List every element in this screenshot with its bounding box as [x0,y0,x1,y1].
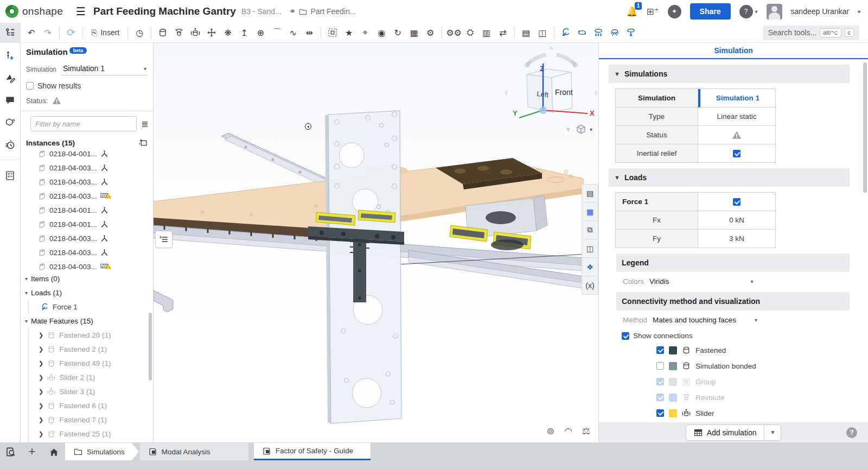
mate-limits-icon[interactable]: ⇹ [302,25,317,40]
simulation-select[interactable]: Simulation 1 ▾ [62,63,148,75]
force-load-icon[interactable] [558,25,573,40]
app-store-icon[interactable]: ⊞⁺ [646,6,659,17]
panel-scrollbar[interactable] [149,313,152,381]
favorite-mates-icon[interactable]: ★ [341,25,356,40]
document-folder[interactable]: Part Feedin... [299,7,356,16]
fastened-mate-icon[interactable] [155,25,170,40]
instance-row[interactable]: 0218-04-003... [22,231,153,245]
versions-panel-button[interactable]: ⧉ [582,221,598,239]
instance-row[interactable]: 0218-04-001... [22,217,153,231]
user-avatar[interactable] [767,4,782,20]
show-connections-checkbox[interactable] [622,332,629,340]
chevron-right-icon[interactable]: ❯ [39,416,43,423]
instance-row[interactable]: 0218-04-003... [22,189,153,203]
select-parts-icon[interactable]: ⌖ [358,25,373,40]
chevron-right-icon[interactable]: ❯ [39,430,43,438]
mate-feature-row[interactable]: ❯Fastened 20 (1) [29,328,153,342]
comments-icon[interactable] [3,93,17,107]
report-checklist-icon[interactable] [3,168,17,182]
named-positions-icon[interactable]: ⚙⚙ [446,25,462,40]
in-context-icon[interactable]: ↻ [390,25,405,40]
structure-tree-toggle[interactable] [0,23,21,42]
chevron-right-icon[interactable]: ❯ [39,388,43,395]
document-title[interactable]: Part Feeding Machine Gantry [93,5,236,17]
pin-slot-mate-icon[interactable]: ↥ [237,25,252,40]
instance-row[interactable]: 0218-04-003... [22,259,153,271]
mate-feature-row[interactable]: ❯Fastened 6 (1) [29,398,153,413]
fastened-checkbox[interactable] [656,346,664,354]
view-cube-body[interactable]: Left Front [527,69,573,112]
list-view-icon[interactable]: ≣ [141,119,148,129]
force-item[interactable]: Force 1 [29,300,153,314]
view-rotate-arrows[interactable] [526,55,577,67]
slider-checkbox[interactable] [656,409,664,417]
view-down-arrow-icon[interactable]: ▼ [565,125,572,134]
inertial-relief-checkbox[interactable] [733,150,741,157]
fx-value[interactable]: 0 kN [698,211,776,230]
tape-measure-icon[interactable]: ⊚ [547,426,554,437]
insert-instance-icon[interactable] [138,138,148,148]
undo-icon[interactable]: ↶ [24,25,39,40]
instance-row[interactable]: 0218-04-001... [22,203,153,217]
performance-icon[interactable] [3,137,17,151]
items-section-header[interactable]: ▾Items (0) [22,271,153,286]
view-options-dropdown[interactable]: ▾ [575,123,592,135]
tangent-mate-icon[interactable]: ⌒ [269,25,284,40]
ball-mate-icon[interactable]: ❋ [220,25,235,40]
part-help-icon[interactable] [3,115,17,129]
simulation-bonded-checkbox[interactable] [656,362,664,370]
chevron-right-icon[interactable]: ❯ [39,332,43,339]
fy-value[interactable]: 3 kN [698,230,776,248]
mass-scale-icon[interactable]: ⚖ [582,426,590,437]
view-cube-front-label[interactable]: Front [555,88,573,97]
replicate-icon[interactable]: ⇄ [495,25,510,40]
bom-panel-button[interactable]: ▦ [582,202,598,221]
search-tools-field[interactable]: Search tools... alt/⌥ c [763,26,859,40]
add-tab-button[interactable]: + [22,443,42,460]
cylindrical-mate-icon[interactable]: ⊕ [253,25,268,40]
chevron-right-icon[interactable]: ❯ [39,346,43,353]
pressure-load-icon[interactable] [591,25,606,40]
chevron-right-icon[interactable]: ❯ [39,360,43,367]
tab-simulation[interactable]: Simulation [599,43,868,59]
loads-section-header[interactable]: ▼Loads [609,168,850,187]
instance-row[interactable]: 0218-04-003... [22,175,153,189]
tab-factor-of-safety[interactable]: Factor of Safety - Guide [254,443,371,460]
group-icon[interactable] [325,25,340,40]
bounding-box-icon[interactable]: ◫ [535,25,550,40]
filter-input[interactable] [30,116,137,131]
angle-measure-icon[interactable]: ◠ [564,426,572,437]
document-version[interactable]: B3 - Sand... [241,7,282,16]
section-view-button[interactable]: ◫ [582,239,598,258]
slider-mate-icon[interactable] [188,25,203,40]
exploded-view-icon[interactable]: ⚙ [423,25,438,40]
learning-center-icon[interactable]: ✦ [668,5,681,18]
path-mate-icon[interactable]: ∿ [285,25,301,40]
variables-panel-button[interactable]: (x) [582,276,598,295]
mate-feature-row[interactable]: ❯Fastened 25 (1) [29,427,153,441]
hide-drawing-icon[interactable]: ▤ [519,25,534,40]
panel-scrollbar[interactable] [863,62,867,193]
model-rail-stub[interactable] [154,290,173,312]
mate-feature-row[interactable]: ❯Slider 3 (1) [29,384,153,398]
fixed-constraint-icon[interactable] [607,25,622,40]
torque-load-icon[interactable] [575,25,590,40]
add-simulation-caret-button[interactable]: ▼ [764,425,781,440]
configurations-panel-button[interactable]: ▤ [582,184,598,202]
panel-help-icon[interactable]: ? [846,427,857,438]
revolute-checkbox[interactable] [656,394,664,401]
layout-icon[interactable]: ▦ [406,25,422,40]
home-tab-button[interactable] [43,443,64,460]
mass-properties-icon[interactable]: ◷ [132,25,147,40]
tab-simulations-folder[interactable]: Simulations [65,443,139,460]
tab-modal-analysis[interactable]: Modal Analysis [140,443,248,460]
mate-features-section-header[interactable]: ▾Mate Features (15) [22,314,153,328]
model-viewport[interactable]: Left Front Z X Y ▼ [154,43,598,442]
share-button[interactable]: Share [690,3,731,20]
versions-icon[interactable] [3,48,17,62]
motion-study-icon[interactable]: ⛭ [463,25,478,40]
mate-feature-row[interactable]: ❯Slider 2 (1) [29,370,153,384]
chevron-right-icon[interactable]: ❯ [39,402,43,409]
part-studio-icon[interactable]: ◉ [374,25,389,40]
show-results-checkbox[interactable] [26,82,34,90]
